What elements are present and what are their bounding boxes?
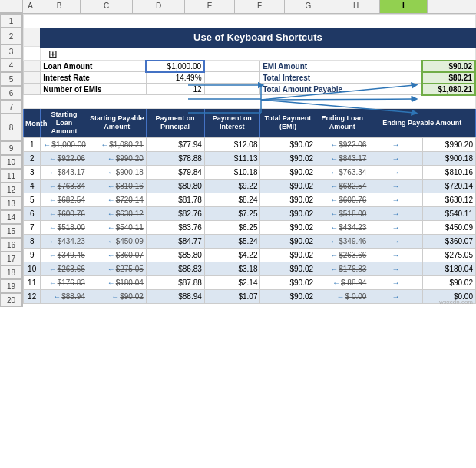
table-cell: ←$1,080.21 [88,138,146,152]
table-cell: $85.80 [146,249,204,262]
table-cell: → [369,180,422,193]
total-payable-value: $1,080.21 [438,85,473,94]
table-cell: ←$810.16 [88,180,146,193]
header-payment-principal: Payment on Principal [156,114,195,130]
header-month: Month [25,119,48,127]
col-header-f: F [235,0,285,13]
table-cell: ←$720.14 [88,193,146,207]
table-cell: $78.88 [146,152,204,166]
emi-amount-value: $90.02 [448,62,472,71]
table-cell: ←$349.46 [316,235,369,249]
table-cell: $450.09 [422,221,475,235]
table-cell: ←$90.02 [88,290,146,304]
table-cell: $90.02 [422,276,475,290]
table-cell: ←$88.94 [41,290,88,304]
table-cell: → [369,249,422,262]
table-cell: ←$349.46 [41,249,88,262]
col-header-c: C [81,0,133,13]
table-cell: $90.02 [260,138,316,152]
header-total-payment: Total Payment (EMI) [265,114,312,130]
table-cell: $90.02 [260,152,316,166]
table-cell: $180.04 [422,262,475,276]
table-cell: $86.83 [146,262,204,276]
table-cell: ←$360.07 [88,249,146,262]
interest-rate-value: 14.49% [176,74,202,82]
table-cell: ←$275.05 [88,262,146,276]
table-cell: $360.07 [422,235,475,249]
loan-amount-value: $1,000.00 [167,62,202,71]
table-cell: ←$843.17 [41,166,88,180]
table-cell: ←$990.20 [88,152,146,166]
table-cell: → [369,221,422,235]
table-cell: → [369,193,422,207]
table-cell: ←$263.66 [41,262,88,276]
table-cell: ←$180.04 [88,276,146,290]
table-cell: $2.14 [204,276,260,290]
table-cell: ←$ 88.94 [316,276,369,290]
table-cell: $90.02 [260,166,316,180]
table-cell: 1 [24,138,41,152]
table-cell: $4.22 [204,249,260,262]
table-cell: 10 [24,262,41,276]
table-cell: ←$922.06 [316,138,369,152]
table-cell: 2 [24,152,41,166]
table-cell: 11 [24,276,41,290]
table-cell: $8.24 [204,193,260,207]
table-cell: $11.13 [204,152,260,166]
table-cell: ←$600.76 [316,193,369,207]
table-cell: $88.94 [146,290,204,304]
table-cell: $90.02 [260,276,316,290]
table-cell: ←$ 0.00 [316,290,369,304]
table-cell: $10.18 [204,166,260,180]
table-cell: $810.16 [422,166,475,180]
table-cell: 3 [24,166,41,180]
table-icon: ⊞ [48,48,58,60]
table-cell: $77.94 [146,138,204,152]
table-cell: 7 [24,221,41,235]
col-header-h: H [332,0,380,13]
header-ending-payable: Ending Payable Amount [382,119,461,127]
col-header-a: A [23,0,38,13]
interest-rate-label: Interest Rate [43,74,90,82]
table-cell: $90.02 [260,235,316,249]
table-cell: $3.18 [204,262,260,276]
spreadsheet: A B C D E F G H I 1 2 3 4 5 6 7 8 9 10 1… [0,0,476,468]
col-header-b: B [38,0,81,13]
table-cell: → [369,262,422,276]
header-starting-loan: Starting Loan Amount [51,110,78,135]
table-cell: $79.84 [146,166,204,180]
table-cell: 8 [24,235,41,249]
total-payable-label: Total Amount Payable [263,85,342,94]
amortization-table: 1←$1,000.00←$1,080.21$77.94$12.08$90.02←… [23,137,476,304]
table-cell: ←$682.54 [316,180,369,193]
table-cell: → [369,138,422,152]
table-cell: → [369,207,422,221]
table-cell: $5.24 [204,235,260,249]
table-cell: → [369,290,422,304]
table-cell: $7.25 [204,207,260,221]
table-cell: ←$763.34 [316,166,369,180]
total-interest-value: $80.21 [448,74,472,82]
col-header-e: E [185,0,235,13]
num-emis-value: 12 [193,85,201,94]
num-emis-label: Number of EMIs [43,85,101,94]
table-cell: $90.02 [260,207,316,221]
watermark: wsxcdn.com [439,298,473,305]
table-cell: $1.07 [204,290,260,304]
header-starting-payable: Starting Payable Amount [90,114,144,130]
table-cell: $83.76 [146,221,204,235]
table-cell: ←$922.06 [41,152,88,166]
table-cell: $90.02 [260,180,316,193]
col-header-d: D [133,0,185,13]
table-cell: $90.02 [260,262,316,276]
table-cell: $81.78 [146,193,204,207]
table-cell: ←$843.17 [316,152,369,166]
table-cell: ←$540.11 [88,221,146,235]
table-cell: 4 [24,180,41,193]
table-cell: $12.08 [204,138,260,152]
total-interest-label: Total Interest [263,74,310,82]
table-cell: 12 [24,290,41,304]
table-cell: ←$518.00 [41,221,88,235]
table-cell: $80.80 [146,180,204,193]
table-cell: ←$434.23 [316,221,369,235]
